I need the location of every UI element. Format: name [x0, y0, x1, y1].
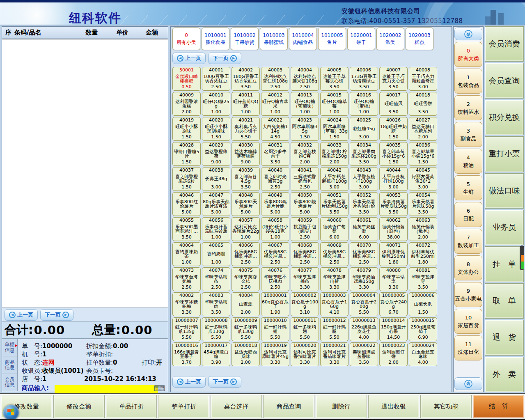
product-tile[interactable]: 40024 阿尔卑斯糖（草莓）33g 1.50 [320, 117, 348, 141]
main-category-button[interactable]: 7 散装加工 [454, 229, 482, 254]
product-tile[interactable]: 40078 华味亨盐津山楂 3.30 [320, 267, 348, 291]
product-tile[interactable]: 40005 达能王子草莓夹心饼 3.50 [320, 67, 348, 91]
product-tile[interactable]: 40079 华味亨奶油话梅150g 3.30 [350, 267, 378, 291]
main-category-button[interactable]: 1 包装食品 [454, 69, 482, 94]
product-tile[interactable]: 10000018 益达无糖西瓜味 2.00 [232, 342, 260, 366]
function-button[interactable]: 退 货 [485, 320, 524, 355]
cart-item-list[interactable] [2, 39, 168, 308]
action-button[interactable]: 桌台选择 [211, 395, 262, 418]
product-tile[interactable]: 40076 华味亨吃不厌桃肉 2.50 [261, 267, 289, 291]
product-tile[interactable]: 40007 达能王子巧克力夹心饼 3.50 [379, 67, 408, 91]
product-tile[interactable]: 40074 华味亨话梅条 2.50 [202, 267, 230, 291]
product-tile[interactable]: 10000011 虹一多味鸡翅 5.50 [291, 317, 319, 341]
product-tile[interactable]: 40057 达利可比克香辣薯片22g 1.00 [232, 217, 260, 241]
product-tile[interactable]: 40037 喜之郎香橙果冻6粒 1.50 [172, 167, 201, 191]
main-category-button[interactable]: 5 生鲜 [454, 175, 482, 200]
subcategory-button[interactable]: 1010002 干果炒货 [231, 28, 259, 50]
product-tile[interactable]: 40061 德芙牛奶丝滑 6.00 [350, 217, 378, 241]
product-tile[interactable]: 40064 香约原味奶茶 1.00 [172, 242, 201, 266]
product-tile[interactable]: 10000019 达利可比克原味薯片45g 3.30 [261, 342, 289, 366]
product-tile[interactable]: 40021 奥利奥巧克力夹心饼干 5.50 [232, 117, 260, 141]
product-next-page-button[interactable]: 下一页 ▶ [208, 376, 241, 388]
product-tile[interactable]: 40034 喜之郎果肉果冻杯200g 3.50 [350, 142, 378, 166]
product-tile[interactable]: 40049 乐事80G鸡翅片片脆 5.00 [261, 192, 289, 216]
product-tile[interactable]: 40013 旺仔QQ糖（葡萄味） 1.00 [291, 92, 319, 116]
function-button[interactable]: 会员消费 [485, 26, 524, 62]
subcategory-button[interactable]: 1010003 果脯蜜饯 [260, 28, 288, 50]
product-tile[interactable]: 10000001 60g真心香瓜子 1.90 [261, 292, 289, 316]
product-tile[interactable]: 40033 喜之郎维C柠檬果冻150g 2.00 [320, 142, 348, 166]
cart-next-page-button[interactable]: 下一页 ▶ [40, 309, 73, 321]
tab-goods-info[interactable]: 商品信息 [2, 356, 17, 374]
product-tile[interactable]: 40059 挑豆随手包（豌豆） 2.50 [291, 217, 319, 241]
product-tile[interactable]: 10000020 达利可比克香辣味薯片 3.30 [291, 342, 319, 366]
main-category-button[interactable]: 10 家居百货 [454, 309, 482, 334]
product-tile[interactable]: 40054 乐事天然薯片原味50g 3.50 [409, 192, 437, 216]
product-tile[interactable]: 40045 好丽友蛋黄派30*2 3.00 [409, 167, 437, 191]
action-button[interactable]: 其它功能 [420, 395, 472, 418]
product-tile[interactable]: 10000023 达利园煎仔饼 2.00 [379, 342, 408, 366]
product-tile[interactable]: 40015 旺仔QQ糖草莓 1.00 [320, 92, 348, 116]
product-tile[interactable]: 10000012 虹一鲜汁鸡腿 5.50 [320, 317, 348, 341]
product-tile[interactable]: 40042 太平加钙芝麻梳打100g 3.00 [320, 167, 348, 191]
product-tile[interactable]: 40004 达利好吃点腰果饼108g 2.50 [291, 67, 319, 91]
product-tile[interactable]: 40052 乐事天然薯片香浓红烩 3.50 [350, 192, 378, 216]
subcategory-button[interactable]: 1020003 糕点 [406, 28, 433, 50]
product-tile[interactable]: 40043 太平香葱梳打100g 3.00 [350, 167, 378, 191]
subcategory-button[interactable]: 1010005 鱼片 [318, 28, 346, 50]
product-tile[interactable]: 40084 山查派 2.00 [232, 292, 260, 316]
product-tile[interactable]: 40017 旺旺仙贝 3.50 [379, 92, 408, 116]
product-tile[interactable]: 40080 华味亨半话李 3.30 [379, 267, 408, 291]
product-tile[interactable]: 10000013 226g满意鱼皮花生 4.00 [350, 317, 378, 341]
product-tile[interactable]: 40046 乐事80G红烩薯片 5.00 [172, 192, 201, 216]
product-tile[interactable]: 10000024 白玉金丝芝麻味 4.00 [409, 342, 437, 366]
product-tile[interactable]: 40047 80g乐事天然薯片清爽清 5.00 [202, 192, 230, 216]
product-tile[interactable]: 10000007 虹一鲜汁鸭爪135g 5.50 [172, 317, 201, 341]
product-tile[interactable]: 40050 乐事80G烧烤薯片 5.00 [291, 192, 319, 216]
main-category-button[interactable]: 2 饮料酒水 [454, 95, 482, 120]
action-button[interactable]: 单品打折 [106, 395, 157, 418]
product-tile[interactable]: 40019 旺旺小小酥原味 1.50 [172, 117, 201, 141]
product-tile[interactable]: 40075 华味亨芙蓉金桔 2.50 [232, 267, 260, 291]
product-tile[interactable]: 40012 旺仔Q糖青苹果 1.00 [261, 92, 289, 116]
function-button[interactable]: 业务员 [485, 210, 524, 245]
cart-prev-page-button[interactable]: ◀ 上一页 [5, 309, 38, 321]
subcategory-button[interactable]: 1010004 肉铺食品 [289, 28, 317, 50]
subcategory-button[interactable]: 1010001 膨化食品 [202, 28, 229, 50]
product-tile[interactable]: 10000015 250g满意葡萄干 6.90 [409, 317, 437, 341]
function-button[interactable]: 挂 单 [485, 246, 524, 282]
action-button[interactable]: 修改金额 [53, 395, 105, 418]
product-tile[interactable]: 40028 绿箭口香糖5片 1.50 [172, 142, 201, 166]
product-tile[interactable]: 40023 阿尔卑斯糖35g 1.50 [291, 117, 319, 141]
product-tile[interactable]: 40040 喜之郎时光海苔3g 2.50 [261, 167, 289, 191]
product-tile[interactable]: 40071 伊利原味优酸乳250ml 1.80 [379, 242, 408, 266]
keyboard-icon[interactable]: ⌨ [154, 383, 165, 393]
main-category-button[interactable]: 4 粮油 [454, 149, 482, 174]
product-tile[interactable]: 30001 金丝猴口哨棒棒糖 0.50 [172, 67, 201, 91]
product-tile[interactable]: 40048 乐事80G天然薯片 5.00 [232, 192, 260, 216]
action-button[interactable]: 结 算 [473, 395, 524, 418]
main-category-button[interactable]: 8 文体办公 [454, 255, 482, 280]
subcategory-button[interactable]: 0 所有小类 [172, 28, 200, 50]
product-tile[interactable]: 10000002 真心瓜子100g 3.10 [291, 292, 319, 316]
product-tile[interactable]: 40077 华味亨盐津桃条 3.30 [291, 267, 319, 291]
product-tile[interactable]: 40041 三辉法式香奶面包 2.50 [291, 167, 319, 191]
product-tile[interactable]: 40036 喜之郎苹果小袋15g*6 1.50 [409, 142, 437, 166]
goods-input[interactable] [55, 385, 158, 393]
product-tile[interactable]: 10000008 虹一多味鸡爪130g 5.50 [202, 317, 230, 341]
product-tile[interactable]: 40044 太平海苔梳打饼100g 3.00 [379, 167, 408, 191]
action-button[interactable]: 整单打折 [158, 395, 209, 418]
main-category-button[interactable]: 0 所有大类 [454, 42, 482, 67]
function-button[interactable]: 积分兑换 [485, 100, 524, 135]
product-tile[interactable]: 40055 乐事50G墨西哥鸡汁薯片 3.50 [172, 217, 201, 241]
main-category-button[interactable]: 3 副食品 [454, 122, 482, 147]
product-tile[interactable]: 40067 优乐美68G桶装冲调奶茶 2.50 [261, 242, 289, 266]
subcategory-button[interactable]: 1020001 饼干 [347, 28, 375, 50]
subcat-prev-page-button[interactable]: ◀ 上一页 [172, 53, 206, 64]
tab-member-info[interactable]: 会员信息 [2, 374, 17, 391]
product-tile[interactable]: 10000022 美味酣满点葱香味 3.50 [350, 342, 378, 366]
product-tile[interactable]: 40060 德芙杏仁葡萄 6.00 [320, 217, 348, 241]
product-tile[interactable]: 40072 伊利草莓优酸乳250ml 1.80 [409, 242, 437, 266]
product-prev-page-button[interactable]: ◀ 上一页 [172, 376, 206, 388]
function-button[interactable]: 重打小票 [485, 136, 524, 172]
